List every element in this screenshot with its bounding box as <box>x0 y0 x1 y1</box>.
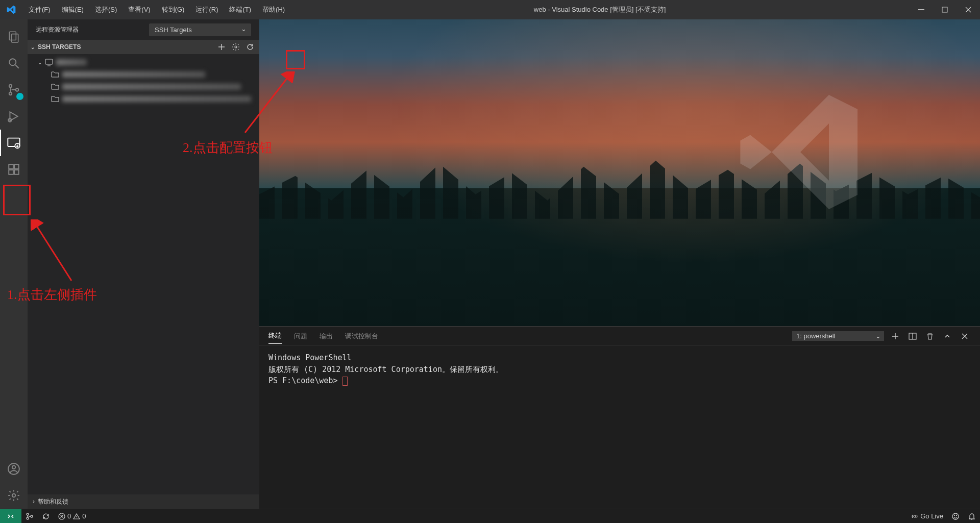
titlebar: 文件(F) 编辑(E) 选择(S) 查看(V) 转到(G) 运行(R) 终端(T… <box>0 0 980 19</box>
svg-point-6 <box>9 85 12 87</box>
sidebar-header: 远程资源管理器 SSH Targets <box>28 19 259 40</box>
svg-point-7 <box>9 92 12 95</box>
svg-point-18 <box>12 494 16 497</box>
svg-rect-3 <box>12 34 18 42</box>
menu-run[interactable]: 运行(R) <box>190 2 223 17</box>
clock-badge-icon <box>16 93 23 100</box>
ssh-folder-row[interactable] <box>28 68 259 81</box>
close-panel-button[interactable] <box>959 330 971 342</box>
svg-rect-0 <box>918 9 924 10</box>
activity-source-control[interactable] <box>0 77 28 103</box>
svg-point-4 <box>9 59 16 65</box>
status-go-live[interactable]: Go Live <box>907 509 947 524</box>
activity-search[interactable] <box>0 50 28 77</box>
svg-point-27 <box>914 515 916 517</box>
terminal-line: 版权所有 (C) 2012 Microsoft Corporation。保留所有… <box>268 364 971 376</box>
activity-remote-explorer[interactable] <box>0 130 28 156</box>
chevron-right-icon: › <box>33 498 35 505</box>
svg-point-30 <box>957 515 957 515</box>
svg-rect-20 <box>45 59 53 64</box>
sidebar-title: 远程资源管理器 <box>36 26 79 34</box>
svg-point-8 <box>16 88 18 91</box>
remote-target-dropdown[interactable]: SSH Targets <box>149 23 251 36</box>
folder-icon <box>51 95 59 103</box>
status-feedback[interactable] <box>947 509 964 524</box>
window-controls <box>910 0 980 19</box>
activity-settings[interactable] <box>0 482 28 509</box>
configure-ssh-button[interactable] <box>230 41 242 53</box>
menu-edit[interactable]: 编辑(E) <box>57 2 89 17</box>
terminal-line: Windows PowerShell <box>268 352 971 364</box>
svg-point-29 <box>954 515 955 515</box>
kill-terminal-button[interactable] <box>924 330 936 342</box>
bottom-panel: 终端 问题 输出 调试控制台 1: powershell Windows Pow… <box>259 326 980 509</box>
status-sync[interactable] <box>38 509 54 524</box>
help-feedback-label: 帮助和反馈 <box>38 497 68 506</box>
folder-icon <box>51 70 59 79</box>
terminal-selector[interactable]: 1: powershell <box>792 331 884 341</box>
svg-point-19 <box>235 46 237 48</box>
ssh-targets-tree: ⌄ <box>28 54 259 107</box>
maximize-button[interactable] <box>933 0 957 19</box>
terminal-cursor <box>342 377 348 386</box>
activity-explorer[interactable] <box>0 23 28 50</box>
ssh-host-row[interactable]: ⌄ <box>28 56 259 68</box>
warning-count: 0 <box>82 512 86 520</box>
panel-tab-debug-console[interactable]: 调试控制台 <box>345 329 378 344</box>
svg-line-5 <box>15 65 19 68</box>
svg-rect-2 <box>9 32 16 40</box>
add-ssh-target-button[interactable] <box>215 41 228 53</box>
sidebar: 远程资源管理器 SSH Targets ⌄ SSH TARGETS ⌄ <box>28 19 259 509</box>
svg-rect-15 <box>14 170 19 175</box>
menubar: 文件(F) 编辑(E) 选择(S) 查看(V) 转到(G) 运行(R) 终端(T… <box>23 2 290 17</box>
help-feedback-section[interactable]: › 帮助和反馈 <box>28 494 259 509</box>
panel-tab-problems[interactable]: 问题 <box>294 329 307 344</box>
activity-extensions[interactable] <box>0 156 28 183</box>
activity-accounts[interactable] <box>0 456 28 482</box>
svg-point-23 <box>27 513 29 515</box>
chevron-down-icon: ⌄ <box>38 60 42 65</box>
status-notifications[interactable] <box>964 509 980 524</box>
section-title: SSH TARGETS <box>38 43 81 51</box>
svg-rect-13 <box>14 164 19 169</box>
go-live-label: Go Live <box>920 512 943 520</box>
folder-icon <box>51 83 59 91</box>
panel-tab-terminal[interactable]: 终端 <box>268 328 282 344</box>
terminal-output[interactable]: Windows PowerShell 版权所有 (C) 2012 Microso… <box>259 346 980 509</box>
svg-rect-12 <box>9 164 13 169</box>
menu-help[interactable]: 帮助(H) <box>257 2 290 17</box>
window-title: web - Visual Studio Code [管理员] [不受支持] <box>290 5 910 14</box>
svg-point-17 <box>12 466 16 469</box>
chevron-down-icon: ⌄ <box>31 44 35 50</box>
panel-tab-output[interactable]: 输出 <box>320 329 333 344</box>
vscode-watermark-icon <box>729 81 872 223</box>
monitor-icon <box>45 58 53 66</box>
minimize-button[interactable] <box>910 0 933 19</box>
status-remote-button[interactable] <box>0 509 21 524</box>
svg-rect-1 <box>942 7 947 12</box>
menu-file[interactable]: 文件(F) <box>23 2 56 17</box>
menu-terminal[interactable]: 终端(T) <box>224 2 256 17</box>
svg-point-28 <box>952 513 959 519</box>
menu-selection[interactable]: 选择(S) <box>90 2 122 17</box>
status-source-control[interactable] <box>21 509 38 524</box>
editor-background <box>259 19 980 326</box>
terminal-prompt: PS F:\code\web> <box>268 375 971 387</box>
statusbar: 0 0 Go Live <box>0 509 980 523</box>
activity-bar <box>0 19 28 509</box>
close-button[interactable] <box>957 0 980 19</box>
ssh-folder-row[interactable] <box>28 81 259 93</box>
ssh-folder-row[interactable] <box>28 93 259 105</box>
maximize-panel-button[interactable] <box>941 330 953 342</box>
activity-run-debug[interactable] <box>0 103 28 130</box>
status-problems[interactable]: 0 0 <box>54 509 90 524</box>
refresh-button[interactable] <box>244 41 256 53</box>
menu-go[interactable]: 转到(G) <box>157 2 190 17</box>
panel-tabs: 终端 问题 输出 调试控制台 1: powershell <box>259 327 980 346</box>
new-terminal-button[interactable] <box>889 330 901 342</box>
menu-view[interactable]: 查看(V) <box>123 2 155 17</box>
svg-rect-14 <box>9 170 13 175</box>
svg-point-25 <box>31 515 33 517</box>
ssh-targets-section-header[interactable]: ⌄ SSH TARGETS <box>28 40 259 54</box>
split-terminal-button[interactable] <box>906 330 919 342</box>
